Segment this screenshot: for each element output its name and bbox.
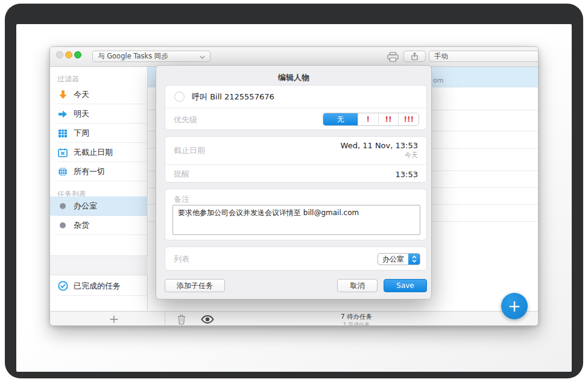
notes-input[interactable]: 要求他参加公司会议并发送会议详情至 bill@gmail.com [172, 205, 420, 235]
reminder-row[interactable]: 提醒 13:53 [165, 165, 426, 183]
priority-segmented-control: 无 ! !! !!! [323, 113, 419, 126]
trash-icon [177, 315, 186, 325]
sidebar-item-office[interactable]: 办公室 [50, 196, 148, 216]
list-select-value: 办公室 [378, 254, 408, 265]
due-date-values: Wed, 11 Nov, 13:53 今天 [341, 141, 418, 160]
task-note-fragment: om [433, 77, 443, 84]
sidebar-item-today[interactable]: 今天 [50, 85, 148, 104]
sidebar-item-label: 无截止日期 [74, 147, 113, 158]
close-window-button[interactable] [56, 51, 63, 58]
globe-icon [57, 166, 68, 177]
status-bar: + 7 待办任务 1 完成任 [50, 311, 539, 326]
printer-icon [387, 52, 399, 62]
done-count: 1 完成任务 [302, 321, 411, 326]
priority-label: 优先级 [174, 114, 197, 125]
list-card: 列表 办公室 [165, 246, 427, 271]
save-button[interactable]: Save [384, 279, 427, 292]
notes-label: 备注 [174, 194, 189, 205]
cancel-button[interactable]: 取消 [337, 279, 378, 292]
reminder-label: 提醒 [174, 169, 189, 180]
chevron-down-icon [200, 52, 205, 61]
priority-option-medium[interactable]: !! [378, 113, 399, 125]
sidebar-item-next-week[interactable]: 下周 [50, 124, 148, 143]
sync-dropdown[interactable]: 与 Google Tasks 同步 [92, 51, 210, 62]
minimize-window-button[interactable] [65, 51, 72, 58]
todo-count: 7 待办任务 [302, 313, 411, 321]
due-date-relative: 今天 [341, 151, 418, 160]
dialog-title: 编辑人物 [156, 72, 431, 83]
add-task-fab[interactable]: + [501, 293, 528, 319]
sync-mode-label: 手动 [434, 52, 448, 61]
desktop: 与 Google Tasks 同步 [16, 24, 572, 372]
share-icon [411, 52, 418, 60]
filters-header: 过滤器 [57, 74, 79, 84]
chevron-updown-icon [408, 253, 420, 265]
down-arrow-icon [57, 89, 68, 100]
list-dot-icon [57, 220, 68, 231]
eye-icon [201, 315, 214, 324]
edit-task-dialog: 编辑人物 呼叫 Bill 2125557676 优先级 无 ! !! !!! [156, 65, 432, 299]
due-date-row[interactable]: 截止日期 Wed, 11 Nov, 13:53 今天 [165, 137, 426, 165]
add-list-button[interactable]: + [106, 312, 122, 326]
schedule-card: 截止日期 Wed, 11 Nov, 13:53 今天 提醒 13:53 [165, 136, 427, 183]
calendar-grid-icon [57, 128, 68, 139]
trash-button[interactable] [174, 313, 189, 325]
list-label: 列表 [174, 254, 189, 265]
sidebar-item-label: 办公室 [74, 201, 97, 211]
sidebar-item-label: 已完成的任务 [74, 281, 121, 292]
sidebar-item-label: 所有一切 [74, 166, 105, 177]
sidebar-separator-band [50, 255, 148, 275]
sidebar-item-no-due-date[interactable]: 无截止日期 [50, 143, 148, 162]
sidebar-item-completed-tasks[interactable]: 已完成的任务 [50, 276, 148, 296]
priority-option-none[interactable]: 无 [323, 113, 358, 125]
titlebar: 与 Google Tasks 同步 [50, 47, 538, 67]
list-select[interactable]: 办公室 [378, 253, 420, 265]
sync-dropdown-label: 与 Google Tasks 同步 [98, 52, 168, 61]
priority-option-high[interactable]: !!! [398, 113, 419, 125]
notes-card: 备注 要求他参加公司会议并发送会议详情至 bill@gmail.com [165, 189, 427, 240]
calendar-x-icon [57, 147, 68, 158]
task-card: 呼叫 Bill 2125557676 优先级 无 ! !! !!! [165, 85, 427, 130]
sidebar-item-groceries[interactable]: 杂货 [50, 216, 148, 235]
view-options-button[interactable] [200, 313, 215, 325]
share-button[interactable] [403, 51, 426, 62]
add-subtask-button[interactable]: 添加子任务 [165, 279, 225, 292]
priority-option-low[interactable]: ! [358, 113, 378, 125]
list-dot-icon [57, 201, 68, 211]
sidebar-item-tomorrow[interactable]: 明天 [50, 104, 148, 124]
sidebar-item-label: 明天 [74, 108, 89, 119]
task-counts: 7 待办任务 1 完成任务 [302, 313, 411, 326]
due-date-label: 截止日期 [174, 145, 205, 156]
sidebar-item-label: 杂货 [74, 220, 89, 231]
reminder-value: 13:53 [396, 170, 418, 179]
right-arrow-icon [57, 108, 68, 119]
due-date-value: Wed, 11 Nov, 13:53 [341, 141, 418, 150]
device-frame: 与 Google Tasks 同步 [5, 4, 583, 378]
print-button[interactable] [385, 50, 400, 63]
sync-mode-dropdown[interactable]: 手动 [429, 51, 539, 62]
sidebar: 过滤器 今天 明天 [50, 67, 148, 311]
zoom-window-button[interactable] [74, 51, 81, 58]
sidebar-item-label: 今天 [74, 89, 89, 100]
task-title-row: 呼叫 Bill 2125557676 [165, 86, 426, 108]
sidebar-item-everything[interactable]: 所有一切 [50, 162, 148, 181]
sidebar-item-label: 下周 [74, 128, 89, 139]
task-checkbox[interactable] [174, 92, 185, 102]
task-title[interactable]: 呼叫 Bill 2125557676 [192, 92, 274, 102]
check-circle-icon [57, 281, 68, 292]
divider [165, 312, 165, 326]
